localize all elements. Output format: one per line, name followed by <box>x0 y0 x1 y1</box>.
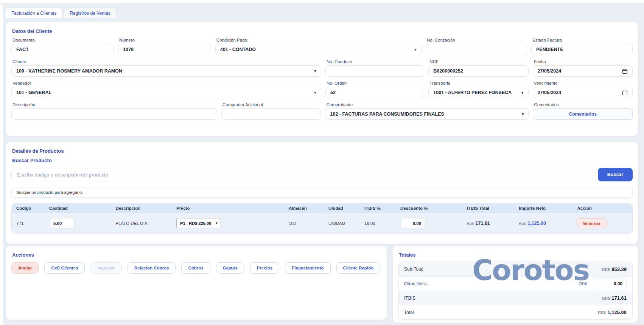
vencimiento-date-input[interactable]: 27/05/2024 <box>533 87 633 98</box>
subtotal-label: Sub-Total <box>404 266 423 272</box>
cell-cantidad <box>45 213 111 234</box>
field-no-conduce: No. Conduce <box>325 59 424 77</box>
table-header-row: Codigo Cantidad Descripcion Precio Almac… <box>12 204 632 213</box>
currency-label: RD$ <box>598 311 605 315</box>
descripcion-label: Descripción <box>12 102 217 107</box>
anular-button[interactable]: Anular <box>11 262 39 274</box>
col-almacen: Almacen <box>284 204 324 213</box>
cliente-label: Cliente <box>12 59 321 64</box>
window-left-edge <box>0 0 3 325</box>
no-cotizacion-input[interactable] <box>426 44 527 55</box>
field-documento: Documento <box>11 38 114 55</box>
field-fecha: Fecha 27/05/2024 <box>533 59 633 77</box>
fecha-label: Fecha <box>534 59 633 64</box>
no-conduce-input[interactable] <box>325 65 424 77</box>
cell-itbis-total: RD$171.61 <box>462 213 515 234</box>
subtotal-row: Sub-Total RD$ 953.39 <box>398 262 632 276</box>
ncf-label: NCF <box>429 59 528 64</box>
cxc-clientes-button[interactable]: CxC Clientes <box>44 262 85 274</box>
table-row: 771 PLATO DEL DIA P1 - RD$ 225.00 ▼ 102 … <box>12 213 632 234</box>
field-numero: Número <box>118 38 211 55</box>
relacion-cobros-button[interactable]: Relacion Cobros <box>128 262 176 274</box>
estado-factura-label: Estado Factura <box>532 38 633 42</box>
chevron-down-icon: ▾ <box>314 68 316 74</box>
select-arrow-icon: ▼ <box>215 221 218 225</box>
descripcion-input[interactable] <box>11 108 217 120</box>
col-descuento-pct: Descuento % <box>396 204 462 213</box>
tab-bar: Facturación a Clientes Registros de Vent… <box>6 8 116 18</box>
tab-facturacion-clientes[interactable]: Facturación a Clientes <box>6 8 62 18</box>
precios-button[interactable]: Precios <box>250 262 280 274</box>
col-itbis-total: ITBIS Total <box>462 204 515 213</box>
actions-card: Acciones Anular CxC Clientes Importar Re… <box>6 246 387 320</box>
cell-itbis-pct: 18.00 <box>360 213 396 234</box>
vendedor-select[interactable]: 101 - GENERAL ▾ <box>11 87 321 98</box>
comprobante-value: 102 - FACTURAS PARA CONSUMIDORES FINALES <box>330 111 444 117</box>
field-vencimiento: Vencimiento 27/05/2024 <box>533 81 633 98</box>
precio-value: P1 - RD$ 225.00 <box>180 221 211 226</box>
product-details-card: Detalles de Productos Buscar Producto Bu… <box>6 142 638 244</box>
cobros-button[interactable]: Cobros <box>181 262 210 274</box>
eliminar-button[interactable]: Eliminar <box>577 218 606 228</box>
buscar-button[interactable]: Buscar <box>598 168 633 181</box>
comentarios-label: Comentarios <box>534 102 633 107</box>
col-cantidad: Cantidad <box>45 204 111 213</box>
subtotal-value: 953.39 <box>611 266 627 272</box>
tab-registros-ventas[interactable]: Registros de Ventas <box>64 8 116 18</box>
otros-desc-input[interactable] <box>592 279 627 289</box>
empty-product-message: Busque un producto para agregarlo. <box>11 187 633 198</box>
cell-importe-neto: RD$1,125.00 <box>514 213 572 234</box>
itbis-value: 171.61 <box>611 295 627 301</box>
currency-label: RD$ <box>579 282 587 286</box>
importar-button: Importar <box>90 262 122 274</box>
col-unidad: Unidad <box>324 204 360 213</box>
financiamiento-button[interactable]: Financiamiento <box>285 262 330 274</box>
otros-desc-label: Otros Desc. <box>404 281 428 286</box>
field-comprador-adicional: Comprador Adicional <box>221 102 321 120</box>
vencimiento-label: Vencimiento <box>534 81 633 85</box>
descuento-input[interactable] <box>400 218 425 228</box>
ncf-input[interactable] <box>428 65 528 77</box>
field-descripcion: Descripción <box>11 102 217 120</box>
fecha-value: 27/05/2024 <box>538 68 562 74</box>
vencimiento-value: 27/05/2024 <box>538 90 562 95</box>
comprador-adicional-label: Comprador Adicional <box>222 102 321 107</box>
condicion-pago-label: Condición Pago <box>216 38 422 42</box>
documento-input[interactable] <box>11 44 114 55</box>
field-vendedor: Vendedor 101 - GENERAL ▾ <box>11 81 321 98</box>
cliente-select[interactable]: 100 - KATHERINE ROSMERY AMADOR RAMON ▾ <box>11 65 321 77</box>
fecha-date-input[interactable]: 27/05/2024 <box>533 65 633 77</box>
no-orden-input[interactable] <box>325 87 424 98</box>
field-comprobante: Comprobante 102 - FACTURAS PARA CONSUMID… <box>325 102 529 120</box>
cell-almacen: 102 <box>284 213 324 234</box>
col-precio: Precio <box>172 204 284 213</box>
cell-unidad: UNIDAD <box>324 213 360 234</box>
totals-card: Totales Sub-Total RD$ 953.39 Otros Desc.… <box>393 246 638 323</box>
comentarios-button[interactable]: Comentarios <box>533 108 633 120</box>
gastos-button[interactable]: Gastos <box>216 262 244 274</box>
estado-factura-input[interactable] <box>531 44 633 55</box>
precio-select[interactable]: P1 - RD$ 225.00 ▼ <box>176 218 221 228</box>
cantidad-input[interactable] <box>49 218 74 228</box>
no-conduce-label: No. Conduce <box>327 59 424 64</box>
chevron-down-icon: ▾ <box>314 90 316 95</box>
field-condicion-pago: Condición Pago 401 - CONTADO ▾ <box>215 38 422 55</box>
numero-input[interactable] <box>118 44 211 55</box>
no-cotizacion-label: No. Cotización <box>427 38 527 42</box>
calendar-icon <box>622 68 628 74</box>
products-section-title: Detalles de Productos <box>12 148 633 154</box>
comprador-adicional-input[interactable] <box>221 108 321 120</box>
transporte-select[interactable]: 1001 - ALFERTO PEREZ FONSECA ▾ <box>428 87 528 98</box>
field-transporte: Transporte 1001 - ALFERTO PEREZ FONSECA … <box>428 81 528 98</box>
condicion-pago-select[interactable]: 401 - CONTADO ▾ <box>215 44 422 55</box>
cell-descuento-pct <box>396 213 462 234</box>
transporte-label: Transporte <box>429 81 528 85</box>
field-ncf: NCF <box>428 59 528 77</box>
chevron-down-icon: ▾ <box>521 111 524 117</box>
comprobante-select[interactable]: 102 - FACTURAS PARA CONSUMIDORES FINALES… <box>325 108 529 120</box>
cliente-rapido-button[interactable]: Cliente Rapido <box>336 262 381 274</box>
currency-label: RD$ <box>467 221 474 226</box>
field-cliente: Cliente 100 - KATHERINE ROSMERY AMADOR R… <box>11 59 321 77</box>
product-search-input[interactable] <box>11 168 593 181</box>
comprobante-label: Comprobante <box>326 102 529 107</box>
